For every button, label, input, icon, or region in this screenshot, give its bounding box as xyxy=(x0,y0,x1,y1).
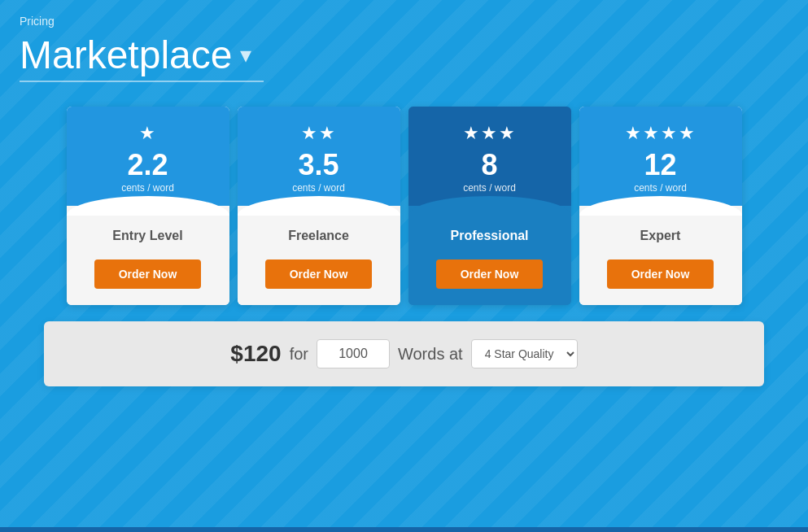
order-btn-freelance[interactable]: Order Now xyxy=(265,259,373,289)
card-body-entry: Entry Level Order Now xyxy=(67,206,229,305)
pricing-cards-row: ★ 2.2 cents / word Entry Level Order Now… xyxy=(20,107,788,305)
card-header-professional: ★★★ 8 cents / word xyxy=(408,107,571,206)
calc-quality-select[interactable]: 4 Star Quality 1 Star Quality 2 Star Qua… xyxy=(471,339,578,368)
price-unit-expert: cents / word xyxy=(592,182,730,194)
card-label-professional: Professional xyxy=(421,229,559,243)
stars-freelance: ★★ xyxy=(250,123,388,144)
calculator-row: $120 for Words at 4 Star Quality 1 Star … xyxy=(44,321,764,386)
pricing-card-expert: ★★★★ 12 cents / word Expert Order Now xyxy=(579,107,742,305)
card-label-freelance: Freelance xyxy=(250,229,388,243)
calc-words-input[interactable] xyxy=(317,339,390,368)
card-label-expert: Expert xyxy=(592,229,730,243)
card-body-expert: Expert Order Now xyxy=(579,206,742,305)
price-unit-entry: cents / word xyxy=(79,182,217,194)
card-header-entry: ★ 2.2 cents / word xyxy=(67,107,229,206)
order-btn-professional[interactable]: Order Now xyxy=(436,259,544,289)
card-header-freelance: ★★ 3.5 cents / word xyxy=(238,107,400,206)
calc-for-text: for xyxy=(290,345,308,364)
price-entry: 2.2 xyxy=(79,150,217,180)
card-header-expert: ★★★★ 12 cents / word xyxy=(579,107,742,206)
order-btn-expert[interactable]: Order Now xyxy=(607,259,714,289)
card-body-freelance: Freelance Order Now xyxy=(238,206,400,305)
stars-entry: ★ xyxy=(79,123,217,144)
card-label-entry: Entry Level xyxy=(79,229,217,243)
price-expert: 12 xyxy=(592,150,730,180)
page-title: Marketplace xyxy=(20,33,232,77)
page-title-container: Marketplace ▾ xyxy=(20,33,788,77)
price-unit-freelance: cents / word xyxy=(250,182,388,194)
main-container: Pricing Marketplace ▾ ★ 2.2 cents / word… xyxy=(0,0,808,403)
pricing-card-professional: ★★★ 8 cents / word Professional Order No… xyxy=(408,107,571,305)
card-body-professional: Professional Order Now xyxy=(408,206,571,305)
bottom-bar xyxy=(0,527,808,532)
price-unit-professional: cents / word xyxy=(421,182,559,194)
stars-professional: ★★★ xyxy=(421,123,559,144)
stars-expert: ★★★★ xyxy=(592,123,730,144)
title-dropdown-arrow[interactable]: ▾ xyxy=(240,41,251,68)
price-professional: 8 xyxy=(421,150,559,180)
pricing-card-freelance: ★★ 3.5 cents / word Freelance Order Now xyxy=(238,107,400,305)
pricing-card-entry-level: ★ 2.2 cents / word Entry Level Order Now xyxy=(67,107,229,305)
breadcrumb: Pricing xyxy=(20,8,788,28)
calc-words-at-text: Words at xyxy=(398,345,463,364)
title-underline xyxy=(20,81,264,82)
calc-amount: $120 xyxy=(230,341,281,367)
price-freelance: 3.5 xyxy=(250,150,388,180)
order-btn-entry[interactable]: Order Now xyxy=(94,259,202,289)
breadcrumb-text: Pricing xyxy=(20,15,55,28)
